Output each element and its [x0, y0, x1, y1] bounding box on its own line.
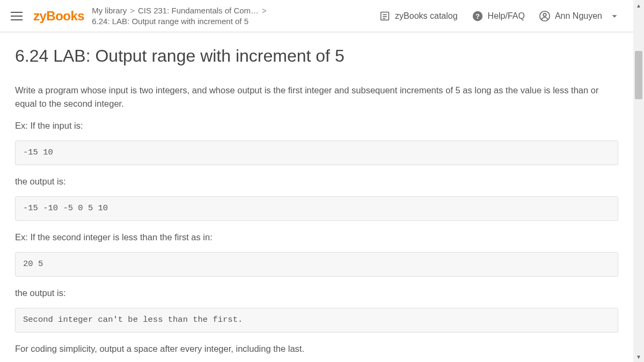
- help-label: Help/FAQ: [488, 10, 525, 23]
- scroll-thumb[interactable]: [635, 51, 642, 99]
- scroll-down-arrow[interactable]: ▼: [633, 351, 644, 362]
- breadcrumb-sep: >: [262, 5, 267, 16]
- example-2-input-label: Ex: If the second integer is less than t…: [15, 231, 618, 244]
- zybooks-logo[interactable]: zyBooks: [33, 6, 84, 26]
- user-name: Ann Nguyen: [555, 10, 602, 23]
- example-1-input: -15 10: [15, 141, 618, 165]
- vertical-scrollbar[interactable]: ▲ ▼: [633, 0, 644, 362]
- example-2-output-label: the output is:: [15, 286, 618, 300]
- svg-point-7: [543, 13, 546, 16]
- chevron-down-icon: [609, 10, 620, 22]
- breadcrumb-section: 6.24: LAB: Output range with increment o…: [92, 16, 267, 27]
- svg-text:?: ?: [475, 12, 480, 20]
- page-title: 6.24 LAB: Output range with increment of…: [15, 43, 618, 69]
- menu-icon[interactable]: [11, 9, 26, 24]
- example-1-input-label: Ex: If the input is:: [15, 119, 618, 132]
- breadcrumb: My library > CIS 231: Fundamentals of Co…: [92, 5, 267, 26]
- user-icon: [539, 10, 551, 22]
- example-1-output-label: the output is:: [15, 175, 618, 188]
- intro-paragraph: Write a program whose input is two integ…: [15, 84, 618, 110]
- catalog-label: zyBooks catalog: [395, 10, 458, 23]
- help-button[interactable]: ? Help/FAQ: [472, 10, 525, 23]
- scroll-up-arrow[interactable]: ▲: [633, 0, 644, 11]
- example-1-output: -15 -10 -5 0 5 10: [15, 196, 618, 220]
- breadcrumb-sep: >: [130, 5, 135, 16]
- catalog-icon: [379, 10, 391, 22]
- breadcrumb-course[interactable]: CIS 231: Fundamentals of Com…: [138, 5, 259, 16]
- help-icon: ?: [472, 10, 484, 22]
- simplicity-note: For coding simplicity, output a space af…: [15, 342, 618, 356]
- main-content: 6.24 LAB: Output range with increment of…: [0, 32, 633, 362]
- breadcrumb-library[interactable]: My library: [92, 5, 127, 16]
- user-menu[interactable]: Ann Nguyen: [539, 10, 620, 23]
- example-2-output: Second integer can't be less than the fi…: [15, 308, 618, 332]
- catalog-button[interactable]: zyBooks catalog: [379, 10, 458, 23]
- example-2-input: 20 5: [15, 252, 618, 276]
- top-header: zyBooks My library > CIS 231: Fundamenta…: [0, 0, 633, 32]
